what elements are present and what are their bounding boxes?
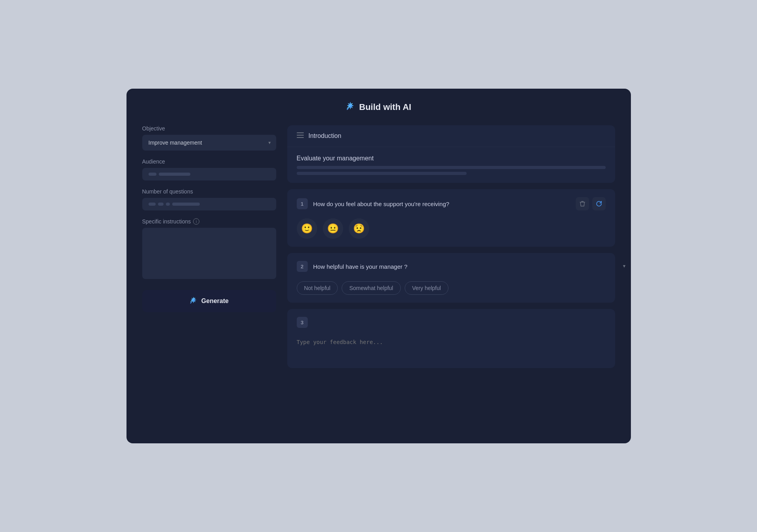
emoji-happy[interactable]: 🙂 — [297, 218, 317, 239]
intro-main-text: Evaluate your management — [297, 155, 606, 162]
emoji-sad[interactable]: 😟 — [349, 218, 369, 239]
specific-instructions-info-icon[interactable]: i — [193, 218, 199, 225]
num-questions-label: Number of questions — [142, 188, 276, 195]
q3-header: 3 — [287, 309, 615, 336]
q1-header: 1 How do you feel about the support you'… — [287, 189, 615, 218]
q1-delete-button[interactable] — [576, 197, 589, 210]
specific-instructions-field: Specific instructions i — [142, 218, 276, 281]
audience-chevron-icon — [623, 263, 625, 269]
specific-instructions-textarea[interactable] — [142, 228, 276, 279]
intro-placeholder-lines — [297, 166, 606, 175]
menu-icon — [297, 132, 304, 140]
magic-wand-icon — [346, 101, 355, 113]
audience-placeholder — [149, 173, 270, 176]
q1-emoji-options: 🙂 😐 😟 — [287, 218, 615, 247]
q3-number: 3 — [297, 317, 308, 328]
q3-feedback-textarea[interactable] — [297, 339, 606, 359]
q2-number: 2 — [297, 261, 308, 272]
svg-rect-0 — [297, 132, 304, 133]
audience-label: Audience — [142, 158, 276, 165]
svg-rect-1 — [297, 135, 304, 136]
question-1-card: 1 How do you feel about the support you'… — [287, 189, 615, 247]
intro-line-2 — [297, 172, 467, 175]
intro-line-1 — [297, 166, 606, 169]
intro-title: Introduction — [309, 132, 342, 140]
objective-field: Objective Improve management — [142, 125, 276, 151]
q1-number: 1 — [297, 198, 308, 209]
header: Build with AI — [142, 101, 615, 113]
generate-button[interactable]: Generate — [142, 290, 276, 312]
scale-very-helpful[interactable]: Very helpful — [405, 281, 448, 295]
scale-somewhat-helpful[interactable]: Somewhat helpful — [342, 281, 400, 295]
num-bar-2 — [158, 203, 164, 206]
q2-text: How helpful have is your manager ? — [313, 263, 606, 270]
num-bar-1 — [149, 203, 156, 206]
audience-bar-1 — [149, 173, 156, 176]
objective-label: Objective — [142, 125, 276, 132]
generate-label: Generate — [201, 298, 229, 305]
audience-field: Audience — [142, 158, 276, 180]
header-title: Build with AI — [359, 102, 411, 112]
intro-body: Evaluate your management — [287, 147, 615, 183]
q1-text: How do you feel about the support you're… — [313, 201, 570, 207]
q2-scale-options: Not helpful Somewhat helpful Very helpfu… — [287, 280, 615, 303]
q3-body — [287, 336, 615, 368]
question-3-card: 3 — [287, 309, 615, 368]
scale-not-helpful[interactable]: Not helpful — [297, 281, 338, 295]
left-panel: Objective Improve management Audience — [142, 125, 276, 368]
right-panel: Introduction Evaluate your management 1 … — [287, 125, 615, 368]
introduction-card: Introduction Evaluate your management — [287, 125, 615, 183]
num-questions-select[interactable] — [142, 198, 276, 210]
app-container: Build with AI Objective Improve manageme… — [126, 89, 631, 443]
svg-rect-2 — [297, 137, 304, 138]
q1-actions — [576, 197, 606, 210]
num-bar-4 — [172, 203, 200, 206]
intro-header: Introduction — [287, 125, 615, 147]
num-bar-3 — [166, 203, 170, 206]
audience-select[interactable] — [142, 168, 276, 180]
emoji-neutral[interactable]: 😐 — [323, 218, 343, 239]
q2-header: 2 How helpful have is your manager ? — [287, 253, 615, 280]
audience-bar-2 — [159, 173, 190, 176]
objective-select-wrapper: Improve management — [142, 135, 276, 151]
main-layout: Objective Improve management Audience — [142, 125, 615, 368]
num-questions-placeholder — [149, 203, 270, 206]
num-questions-field: Number of questions — [142, 188, 276, 210]
objective-select[interactable]: Improve management — [142, 135, 276, 151]
num-questions-chevron-icon — [623, 263, 625, 269]
q1-refresh-button[interactable] — [592, 197, 606, 210]
specific-instructions-label: Specific instructions i — [142, 218, 276, 225]
question-2-card: 2 How helpful have is your manager ? Not… — [287, 253, 615, 303]
generate-icon — [190, 296, 197, 306]
